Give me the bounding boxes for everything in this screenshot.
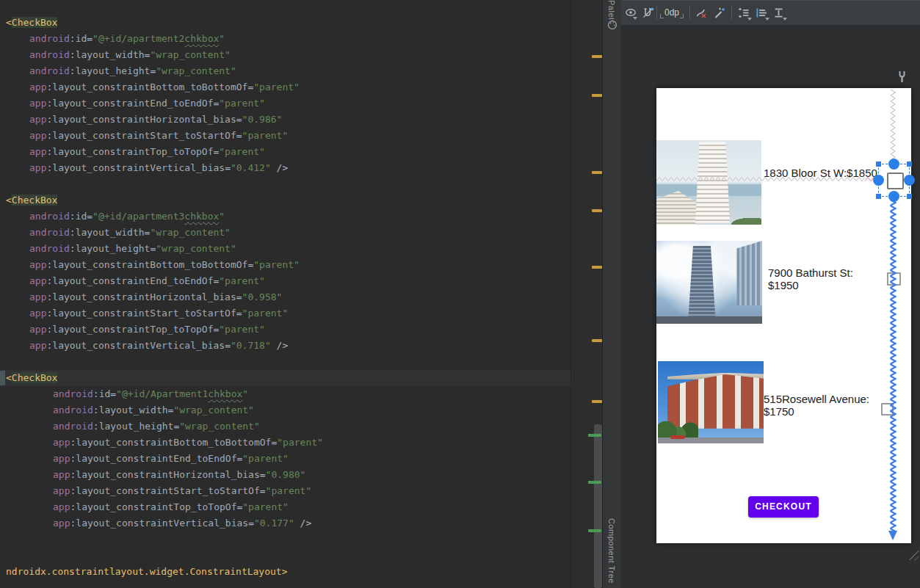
code-line[interactable]: app:layout_constraintTop_toTopOf="parent… <box>0 144 571 160</box>
apartment-label-2[interactable]: 7900 Bathurst St: $1950 <box>768 266 853 291</box>
guidelines-dropdown-icon[interactable] <box>783 18 787 21</box>
component-tree-tab[interactable]: Component Tree <box>607 518 616 588</box>
align-dropdown-icon[interactable] <box>765 18 769 21</box>
apartment-image-3[interactable] <box>658 361 764 443</box>
code-line[interactable]: android:id="@+id/apartment2chkbox" <box>0 31 571 47</box>
code-line[interactable]: <CheckBox <box>0 15 571 31</box>
image-low-buildings <box>656 191 696 225</box>
code-line[interactable]: app:layout_constraintHorizontal_bias="0.… <box>0 467 571 483</box>
label-line: 1830 Bloor St W:$1850 <box>764 167 877 179</box>
constraint-arrow-icon <box>888 531 897 540</box>
code-line[interactable] <box>0 548 571 564</box>
apartment-image-2[interactable] <box>656 241 762 324</box>
android-studio-layout-editor: <CheckBoxandroid:id="@+id/apartment2chkb… <box>0 0 920 588</box>
warning-stripe-mark[interactable] <box>592 339 602 342</box>
code-lines: <CheckBoxandroid:id="@+id/apartment2chkb… <box>0 15 571 580</box>
panel-resize-handle[interactable] <box>914 556 919 561</box>
code-line[interactable]: app:layout_constraintVertical_bias="0.41… <box>0 160 571 176</box>
design-toolbar: 0dp <box>621 0 920 26</box>
code-line[interactable]: app:layout_constraintBottom_toBottomOf="… <box>0 79 571 95</box>
code-line[interactable]: app:layout_constraintStart_toStartOf="pa… <box>0 483 571 499</box>
resize-handle-se[interactable] <box>907 194 912 199</box>
toolbar-separator <box>731 6 732 20</box>
label-line: $1750 <box>764 405 869 418</box>
code-line[interactable]: app:layout_constraintStart_toStartOf="pa… <box>0 128 571 144</box>
layout-canvas[interactable]: 1830 Bloor St W:$1850 7900 Bathurst St: … <box>656 88 911 543</box>
image-base <box>656 316 762 324</box>
default-margins-control[interactable]: 0dp <box>660 7 684 19</box>
warning-stripe-mark[interactable] <box>592 171 602 174</box>
autoconnect-off-icon[interactable] <box>642 7 655 20</box>
palette-icon[interactable] <box>607 20 617 30</box>
warning-stripe-mark[interactable] <box>592 400 602 403</box>
xml-code-editor[interactable]: <CheckBoxandroid:id="@+id/apartment2chkb… <box>0 0 571 588</box>
label-line: $1950 <box>768 279 853 291</box>
checkout-button[interactable]: CHECKOUT <box>748 496 819 518</box>
apartment-label-3[interactable]: 515Rosewell Avenue: $1750 <box>764 393 869 418</box>
panel-resize-handle[interactable] <box>909 551 919 560</box>
code-line[interactable]: app:layout_constraintHorizontal_bias="0.… <box>0 112 571 128</box>
code-line[interactable]: android:layout_width="wrap_content" <box>0 402 571 418</box>
infer-constraints-icon[interactable] <box>714 7 727 20</box>
code-line[interactable]: android:id="@+id/apartment3chkbox" <box>0 208 571 225</box>
apartment-label-1[interactable]: 1830 Bloor St W:$1850 <box>764 167 877 179</box>
constraint-anchor-bottom[interactable] <box>888 191 899 202</box>
vcs-change-mark[interactable] <box>588 481 601 484</box>
code-line[interactable]: android:layout_height="wrap_content" <box>0 418 571 435</box>
view-options-dropdown-icon[interactable] <box>633 17 637 20</box>
code-line[interactable]: <CheckBox <box>0 192 571 208</box>
image-car <box>670 435 685 440</box>
code-line[interactable] <box>0 531 571 548</box>
warning-stripe-mark[interactable] <box>592 266 602 269</box>
selection-bounds[interactable] <box>878 164 910 197</box>
code-line[interactable]: android:id="@+id/Apartment1chkbox" <box>0 386 571 402</box>
code-line[interactable]: app:layout_constraintEnd_toEndOf="parent… <box>0 95 571 112</box>
code-line[interactable]: app:layout_constraintTop_toTopOf="parent… <box>0 322 571 338</box>
code-line[interactable]: ndroidx.constraintlayout.widget.Constrai… <box>0 564 571 580</box>
warning-stripe-mark[interactable] <box>592 209 602 212</box>
scrollbar-thumb[interactable] <box>594 424 602 588</box>
code-line[interactable]: app:layout_constraintBottom_toBottomOf="… <box>0 257 571 273</box>
code-line[interactable] <box>0 176 571 192</box>
image-side-building <box>736 241 762 305</box>
code-line[interactable]: android:layout_width="wrap_content" <box>0 47 571 63</box>
code-line[interactable]: app:layout_constraintVertical_bias="0.17… <box>0 515 571 531</box>
resize-handle-nw[interactable] <box>876 161 881 167</box>
clear-constraints-icon[interactable] <box>695 7 708 20</box>
warning-stripe-mark[interactable] <box>592 94 602 97</box>
design-surface: 0dp <box>621 0 920 588</box>
code-line[interactable]: app:layout_constraintTop_toTopOf="parent… <box>0 499 571 515</box>
wrench-icon[interactable] <box>897 70 908 83</box>
label-line: 515Rosewell Avenue: <box>764 393 869 405</box>
constraint-anchor-start[interactable] <box>873 175 884 186</box>
palette-tab[interactable]: Palette <box>607 0 616 19</box>
code-line[interactable] <box>0 354 571 370</box>
image-greenery <box>728 217 761 225</box>
apartment-checkbox-1[interactable] <box>887 173 904 189</box>
code-line[interactable]: app:layout_constraintStart_toStartOf="pa… <box>0 305 571 322</box>
code-line[interactable]: app:layout_constraintEnd_toEndOf="parent… <box>0 451 571 467</box>
constraint-anchor-top[interactable] <box>888 159 899 170</box>
code-line[interactable]: app:layout_constraintVertical_bias="0.71… <box>0 338 571 354</box>
code-line[interactable]: app:layout_constraintEnd_toEndOf="parent… <box>0 273 571 289</box>
image-tower <box>688 246 715 321</box>
toolbar-separator <box>656 6 657 20</box>
pack-dropdown-icon[interactable] <box>747 18 752 21</box>
vcs-change-mark[interactable] <box>588 529 601 532</box>
vcs-change-mark[interactable] <box>588 434 601 437</box>
code-line[interactable]: android:layout_width="wrap_content" <box>0 225 571 241</box>
tool-window-strip: Palette Component Tree <box>602 0 621 588</box>
code-line[interactable]: <CheckBox <box>0 370 571 386</box>
caret <box>0 371 5 385</box>
code-line[interactable]: app:layout_constraintBottom_toBottomOf="… <box>0 435 571 451</box>
warning-stripe-mark[interactable] <box>592 55 602 58</box>
editor-error-stripe[interactable] <box>571 0 602 588</box>
bottom-constraint-spring <box>889 200 897 531</box>
code-line[interactable]: app:layout_constraintHorizontal_bias="0.… <box>0 289 571 305</box>
code-line[interactable]: android:layout_height="wrap_content" <box>0 63 571 79</box>
resize-handle-sw[interactable] <box>876 194 881 199</box>
top-constraint-zigzag <box>889 90 897 161</box>
resize-handle-ne[interactable] <box>907 161 912 167</box>
constraint-anchor-end[interactable] <box>904 175 915 186</box>
code-line[interactable]: android:layout_height="wrap_content" <box>0 241 571 257</box>
